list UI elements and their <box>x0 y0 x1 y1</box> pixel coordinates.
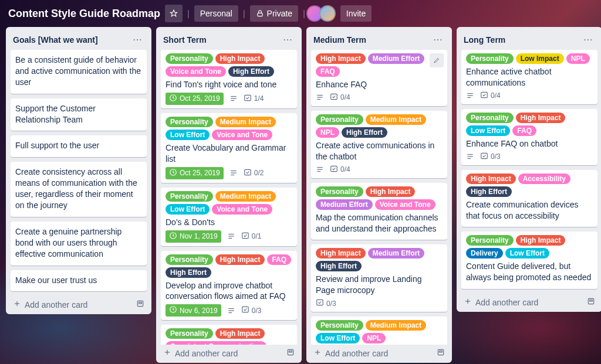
card[interactable]: Create consistency across all means of c… <box>11 162 147 217</box>
label[interactable]: High Impact <box>215 53 265 64</box>
visibility-private-button[interactable]: Private <box>250 5 299 22</box>
label[interactable]: Personality <box>316 114 363 125</box>
label[interactable]: Personality <box>316 320 363 331</box>
due-badge[interactable]: Oct 25, 2019 <box>166 167 224 179</box>
card[interactable]: PersonalityHigh ImpactVoice and ToneHigh… <box>161 50 297 108</box>
divider: | <box>243 9 245 18</box>
label[interactable]: High Effort <box>466 186 512 197</box>
label[interactable]: Voice and Tone <box>212 204 272 215</box>
label[interactable]: Medium Impact <box>215 117 276 127</box>
card[interactable]: Make our user trust us <box>11 270 147 292</box>
label[interactable]: Voice and Tone <box>212 130 272 140</box>
label[interactable]: Low Effort <box>466 125 510 136</box>
label[interactable]: Personality <box>166 328 213 339</box>
label[interactable]: Medium Effort <box>368 248 425 258</box>
label[interactable]: FAQ <box>267 254 291 265</box>
label[interactable]: Voice and Tone <box>166 66 226 77</box>
card[interactable]: PersonalityMedium ImpactLow EffortVoice … <box>161 113 297 183</box>
label[interactable]: Medium Effort <box>368 53 425 64</box>
card[interactable]: PersonalityMedium ImpactLow EffortVoice … <box>161 188 297 246</box>
board-title[interactable]: Content Style Guide Roadmap <box>8 8 160 20</box>
card[interactable]: PersonalityHigh ImpactLow EffortFAQEnhan… <box>461 109 597 165</box>
label[interactable]: High Impact <box>466 174 516 184</box>
list-title[interactable]: Short Term <box>163 35 207 45</box>
card-template-button[interactable] <box>587 297 595 307</box>
label[interactable]: High Effort <box>166 267 211 278</box>
label[interactable]: Personality <box>316 186 363 197</box>
label[interactable]: High Impact <box>215 328 265 339</box>
card[interactable]: High ImpactMedium EffortHigh EffortRevie… <box>311 244 447 312</box>
edit-card-button[interactable] <box>430 53 444 67</box>
label[interactable]: Personality <box>466 113 514 123</box>
label[interactable]: Consistent Communication <box>166 341 266 345</box>
card[interactable]: Create a genuine partnership bond with o… <box>11 222 147 266</box>
card[interactable]: PersonalityMedium ImpactNPLHigh EffortCr… <box>311 111 447 178</box>
card-template-button[interactable] <box>437 348 445 358</box>
label[interactable]: Medium Impact <box>366 320 426 331</box>
label[interactable]: High Impact <box>366 186 416 197</box>
list-title[interactable]: Medium Term <box>313 35 366 45</box>
due-badge[interactable]: Oct 25, 2019 <box>166 93 224 105</box>
label[interactable]: Low Effort <box>166 130 210 140</box>
label[interactable]: Medium Impact <box>366 114 426 125</box>
label[interactable]: High Effort <box>228 66 274 77</box>
card[interactable]: PersonalityHigh ImpactFAQHigh EffortDeve… <box>161 251 297 321</box>
card-template-button[interactable] <box>286 348 295 358</box>
list-menu-button[interactable]: ⋯ <box>431 33 445 46</box>
add-card-button[interactable]: Add another card <box>13 300 87 309</box>
card[interactable]: PersonalityHigh ImpactDeliveryLow Effort… <box>461 232 597 289</box>
list-title[interactable]: Long Term <box>464 35 505 45</box>
list-menu-button[interactable]: ⋯ <box>581 33 595 46</box>
label[interactable]: High Impact <box>516 113 566 123</box>
label[interactable]: Personality <box>166 53 213 64</box>
invite-button[interactable]: Invite <box>340 5 372 22</box>
label[interactable]: High Effort <box>316 261 362 271</box>
card[interactable]: PersonalityHigh ImpactConsistent Communi… <box>161 325 297 345</box>
list-title[interactable]: Goals [What we want] <box>13 35 98 45</box>
label[interactable]: Low Impact <box>516 53 564 64</box>
card-template-button[interactable] <box>136 300 144 309</box>
due-badge[interactable]: Nov 6, 2019 <box>166 304 221 317</box>
card[interactable]: High ImpactAccessibilityHigh EffortCreat… <box>461 170 597 227</box>
label[interactable]: Accessibility <box>518 174 570 184</box>
list-menu-button[interactable]: ⋯ <box>281 33 295 46</box>
card[interactable]: Full support to the user <box>11 135 147 157</box>
label[interactable]: FAQ <box>512 125 536 136</box>
list-menu-button[interactable]: ⋯ <box>130 33 144 46</box>
star-button[interactable] <box>165 5 183 22</box>
label[interactable]: Delivery <box>466 248 503 258</box>
label[interactable]: Low Effort <box>316 333 360 343</box>
label[interactable]: Personality <box>466 53 514 64</box>
add-card-button[interactable]: Add another card <box>464 297 538 307</box>
label[interactable]: Medium Impact <box>215 191 276 202</box>
due-badge[interactable]: Nov 1, 2019 <box>166 230 221 243</box>
label[interactable]: Personality <box>466 235 514 246</box>
card[interactable]: High ImpactMedium EffortFAQEnhance FAQ0/… <box>311 50 447 106</box>
label[interactable]: Personality <box>166 191 213 202</box>
visibility-personal-button[interactable]: Personal <box>194 5 238 22</box>
label[interactable]: High Impact <box>316 248 366 258</box>
label[interactable]: High Impact <box>516 235 566 246</box>
label[interactable]: High Impact <box>215 254 265 265</box>
card[interactable]: Support the Customer Relationship Team <box>11 98 147 131</box>
label[interactable]: FAQ <box>316 66 340 77</box>
avatar[interactable] <box>319 5 336 22</box>
label[interactable]: NPL <box>316 127 339 138</box>
label[interactable]: NPL <box>566 53 590 64</box>
card[interactable]: PersonalityHigh ImpactMedium EffortVoice… <box>311 183 447 240</box>
label[interactable]: Personality <box>166 254 213 265</box>
label[interactable]: Voice and Tone <box>375 199 435 210</box>
label[interactable]: Low Effort <box>166 204 210 215</box>
label[interactable]: NPL <box>362 333 386 343</box>
label[interactable]: Low Effort <box>505 248 549 258</box>
member-avatars[interactable] <box>310 5 336 22</box>
card[interactable]: Be a consistent guide of behavior and ac… <box>11 50 147 94</box>
card[interactable]: PersonalityLow ImpactNPLEnhance active c… <box>461 50 597 104</box>
add-card-button[interactable]: Add another card <box>313 348 388 358</box>
add-card-button[interactable]: Add another card <box>163 348 238 358</box>
label[interactable]: High Impact <box>316 53 366 64</box>
label[interactable]: Medium Effort <box>316 199 373 210</box>
label[interactable]: High Effort <box>342 127 387 138</box>
card[interactable]: PersonalityMedium ImpactLow EffortNPL <box>311 317 447 345</box>
label[interactable]: Personality <box>166 117 213 127</box>
